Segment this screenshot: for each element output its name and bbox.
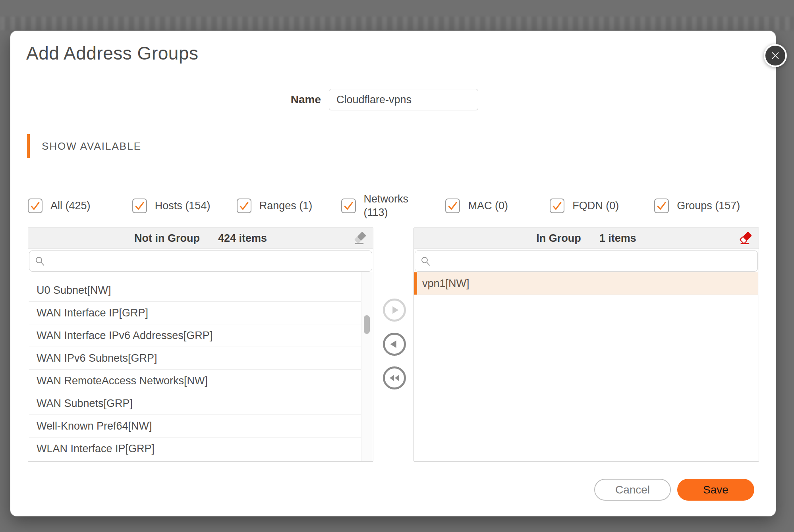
list-item[interactable]: WAN RemoteAccess Networks[NW] [29, 370, 361, 392]
list-item[interactable]: WLAN Interface IP[GRP] [29, 438, 361, 460]
panel-count: 1 items [599, 232, 636, 245]
filter-label: MAC (0) [468, 199, 508, 212]
search-box [415, 251, 758, 272]
list-item[interactable]: WAN Interface IP[GRP] [29, 302, 361, 324]
checkbox[interactable] [341, 199, 356, 213]
search-input[interactable] [50, 254, 367, 268]
name-label: Name [233, 94, 321, 105]
clear-search-button[interactable] [353, 231, 368, 246]
checkmark-icon [656, 200, 667, 211]
list-item-label: WLAN Interface IP[GRP] [37, 443, 155, 455]
filter-label: All (425) [50, 199, 91, 212]
eraser-icon [739, 231, 754, 246]
checkmark-icon [30, 200, 41, 211]
list-item-partial[interactable] [29, 272, 361, 279]
list-item[interactable]: WAN Subnets[GRP] [29, 392, 361, 415]
checkbox[interactable] [445, 199, 460, 213]
in-group-header: In Group 1 items [414, 228, 759, 249]
scrollbar-track[interactable] [361, 272, 373, 461]
checkbox[interactable] [28, 199, 43, 213]
save-button[interactable]: Save [677, 479, 754, 501]
list-item-label: WAN Interface IPv6 Addresses[GRP] [37, 330, 213, 342]
list-item-label: WAN Interface IP[GRP] [37, 307, 148, 319]
close-icon [770, 50, 780, 61]
checkmark-icon [343, 200, 354, 211]
list-item[interactable]: WAN IPv6 Subnets[GRP] [29, 347, 361, 370]
filter-checkbox-item[interactable]: Hosts (154) [132, 189, 237, 222]
show-available-section: SHOW AVAILABLE [27, 134, 141, 158]
double-triangle-left-icon [385, 369, 404, 387]
filter-label: Groups (157) [677, 199, 740, 212]
checkbox[interactable] [237, 199, 251, 213]
remove-all-button[interactable] [739, 231, 754, 246]
cancel-button[interactable]: Cancel [594, 479, 671, 501]
not-in-group-panel: Not in Group 424 items [28, 227, 373, 462]
filter-label: Hosts (154) [155, 199, 211, 212]
move-right-button[interactable] [383, 299, 406, 322]
list-item[interactable]: WAN Interface IPv6 Addresses[GRP] [29, 324, 361, 347]
checkbox[interactable] [550, 199, 564, 213]
filter-checkbox-item[interactable]: FQDN (0) [550, 189, 654, 222]
name-input[interactable] [329, 89, 478, 110]
list-item-label: Well-Known Pref64[NW] [37, 420, 152, 432]
filter-checkbox-item[interactable]: All (425) [28, 189, 132, 222]
filter-label: Networks (113) [364, 192, 409, 219]
not-in-group-header: Not in Group 424 items [28, 228, 373, 249]
filter-label: FQDN (0) [572, 199, 619, 212]
filter-checkbox-item[interactable]: MAC (0) [445, 189, 550, 222]
panel-title: In Group [536, 232, 581, 245]
list-item-label: WAN IPv6 Subnets[GRP] [37, 352, 157, 364]
dialog-title: Add Address Groups [26, 42, 198, 64]
list-item-label: WAN Subnets[GRP] [37, 397, 133, 410]
in-group-list: vpn1[NW] [414, 272, 758, 461]
filter-checkbox-item[interactable]: Groups (157) [654, 189, 759, 222]
filter-row: All (425) Hosts (154) Ranges (1) Network… [28, 189, 759, 222]
triangle-right-icon [385, 301, 404, 319]
checkmark-icon [447, 200, 458, 211]
filter-checkbox-item[interactable]: Ranges (1) [237, 189, 341, 222]
add-address-groups-dialog: Add Address Groups Name SHOW AVAILABLE A… [10, 31, 776, 516]
checkbox[interactable] [132, 199, 147, 213]
search-input[interactable] [435, 254, 752, 268]
accent-bar [27, 134, 30, 158]
close-button[interactable] [764, 44, 787, 67]
filter-label: Ranges (1) [259, 199, 313, 212]
in-group-panel: In Group 1 items [413, 227, 759, 462]
list-item[interactable]: U0 Subnet[NW] [29, 279, 361, 302]
list-item-label: WAN RemoteAccess Networks[NW] [37, 375, 208, 387]
eraser-icon [353, 231, 368, 246]
show-available-label: SHOW AVAILABLE [42, 140, 141, 152]
filter-checkbox-item[interactable]: Networks (113) [341, 189, 446, 222]
triangle-left-icon [385, 335, 404, 353]
scrollbar-thumb[interactable] [364, 315, 370, 334]
screen: Add Address Groups Name SHOW AVAILABLE A… [0, 0, 794, 532]
move-all-left-button[interactable] [383, 366, 406, 389]
checkmark-icon [239, 200, 249, 211]
list-item-label: vpn1[NW] [422, 278, 469, 290]
list-item[interactable]: vpn1[NW] [414, 272, 758, 295]
checkbox[interactable] [654, 199, 669, 213]
checkmark-icon [552, 200, 562, 211]
panel-title: Not in Group [134, 232, 200, 245]
list-item-label: U0 Subnet[NW] [37, 284, 111, 297]
list-item[interactable]: Well-Known Pref64[NW] [29, 415, 361, 438]
blurred-background [0, 17, 794, 30]
search-box [29, 251, 372, 272]
search-icon [35, 256, 46, 267]
panel-count: 424 items [218, 232, 267, 245]
search-icon [420, 256, 431, 267]
checkmark-icon [134, 200, 145, 211]
move-left-button[interactable] [383, 333, 406, 356]
not-in-group-list: U0 Subnet[NW] WAN Interface IP[GRP] WAN … [29, 272, 361, 461]
